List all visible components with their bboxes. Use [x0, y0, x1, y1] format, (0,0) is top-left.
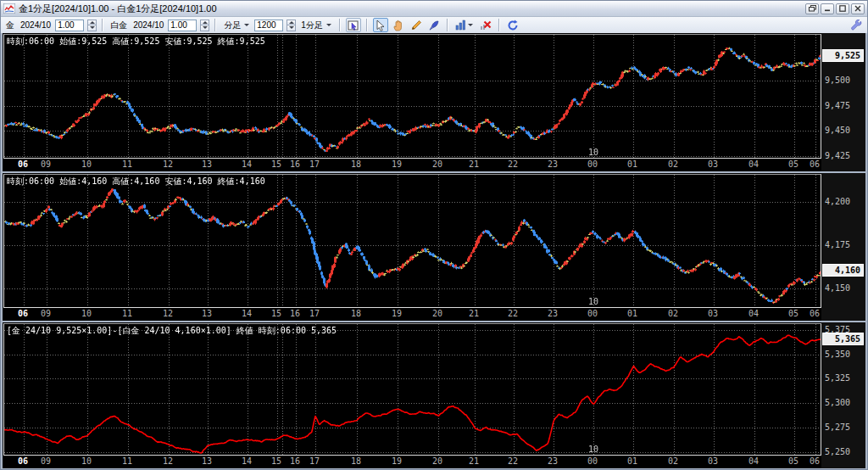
x-axis-label: 20 [430, 159, 445, 169]
gold-symbol-label: 金 [6, 20, 14, 31]
x-axis-label: 20 [430, 309, 445, 318]
x-axis-label: 23 [545, 456, 560, 466]
x-axis-label: 19 [389, 159, 404, 169]
gold-price-axis: 9,525 9,5009,4759,4509,425 [821, 33, 865, 171]
x-axis-label: 11 [120, 309, 135, 318]
chart-window: 金1分足[2024/10]1.00 - 白金1分足[2024/10]1.00 金… [0, 0, 868, 470]
period-type-value: 分足 [224, 20, 241, 31]
cascade-icon [809, 5, 816, 12]
spread-chart-panel: [金 24/10 9,525×1.00]-[白金 24/10 4,160×1.0… [3, 322, 865, 468]
x-axis-label: 10 [79, 456, 94, 466]
gold-time-axis: 0609101112131415161718192021222300010203… [3, 159, 820, 171]
platinum-price-axis: 4,160 4,2004,1754,150 [821, 173, 865, 321]
x-axis-label: 14 [239, 309, 254, 318]
toolbar-separator [498, 19, 500, 31]
settings-wrench-button[interactable] [849, 18, 864, 32]
cursor-arrow-icon [375, 20, 386, 31]
delete-chart-x-icon [480, 20, 492, 31]
x-axis-label: 04 [746, 456, 761, 466]
gold-plot-area[interactable]: 時刻:06:00 始値:9,525 高値:9,525 安値:9,525 終値:9… [3, 34, 821, 159]
x-axis-label: 22 [505, 309, 520, 318]
x-axis-label: 00 [585, 309, 600, 318]
chart-type-dropdown-button[interactable] [453, 18, 476, 32]
x-axis-label: 01 [625, 159, 640, 169]
platinum-chart-panel: 時刻:06:00 始値:4,160 高値:4,160 安値:4,160 終値:4… [3, 173, 865, 321]
x-axis-label: 12 [160, 159, 175, 169]
remove-indicator-button[interactable] [478, 18, 493, 32]
x-axis-label: 15 [269, 456, 284, 466]
pencil-draw-tool-button[interactable] [409, 18, 424, 32]
toolbar: 金 2024/10 白金 2024/10 分足 1分足 [1, 17, 867, 34]
y-axis-label: 5,325 [825, 373, 850, 383]
close-icon [854, 5, 861, 12]
x-axis-label: 22 [505, 456, 520, 466]
x-axis-label: 03 [705, 159, 721, 169]
toolbar-separator [102, 19, 103, 31]
y-axis-label: 9,425 [825, 151, 850, 160]
pan-hand-tool-button[interactable] [391, 18, 406, 32]
maximize-button[interactable] [836, 3, 849, 14]
x-axis-label: 04 [746, 309, 761, 318]
gold-multiplier-stepper[interactable] [87, 20, 97, 31]
window-title: 金1分足[2024/10]1.00 - 白金1分足[2024/10]1.00 [19, 3, 805, 15]
y-axis-label: 5,300 [825, 398, 850, 407]
x-axis-label: 18 [348, 456, 364, 466]
x-axis-label: 06 [807, 159, 822, 169]
chevron-down-icon [326, 24, 331, 26]
gold-multiplier-input[interactable] [55, 20, 84, 31]
x-axis-label: 19 [389, 456, 404, 466]
cascade-windows-button[interactable] [805, 3, 819, 14]
x-axis-label: 00 [585, 456, 600, 466]
spread-plot-area[interactable]: [金 24/10 9,525×1.00]-[白金 24/10 4,160×1.0… [3, 323, 821, 456]
x-axis-label: 19 [389, 309, 404, 318]
y-axis-label: 9,475 [825, 101, 850, 110]
refresh-icon [507, 20, 519, 31]
platinum-multiplier-input[interactable] [168, 20, 197, 31]
x-axis-label: 12 [160, 309, 175, 318]
platinum-plot-area[interactable]: 時刻:06:00 始値:4,160 高値:4,160 安値:4,160 終値:4… [3, 174, 821, 308]
spread-price-axis: 5,365 5,3755,3505,3255,3005,2755,250 [821, 322, 865, 468]
x-axis-label: 13 [199, 309, 214, 318]
period-type-dropdown[interactable]: 分足 [221, 19, 252, 31]
chevron-down-icon [244, 24, 249, 26]
y-axis-label: 9,500 [825, 76, 850, 85]
x-axis-label: 06 [15, 456, 31, 466]
close-button[interactable] [851, 3, 865, 14]
bar-count-input[interactable] [254, 20, 283, 31]
minimize-icon [824, 5, 831, 12]
x-axis-label: 22 [505, 159, 520, 169]
refresh-button[interactable] [505, 18, 520, 32]
toolbar-separator [214, 19, 216, 31]
bar-chart-icon [455, 20, 466, 31]
platinum-last-price-box: 4,160 [822, 264, 864, 277]
pencil-icon [410, 20, 422, 31]
x-axis-label: 02 [665, 309, 681, 318]
platinum-chart-canvas[interactable] [4, 175, 821, 307]
quill-annotate-tool-button[interactable] [426, 18, 442, 32]
x-axis-label: 21 [466, 159, 481, 169]
platinum-symbol-label: 白金 [110, 20, 127, 31]
platinum-multiplier-stepper[interactable] [200, 20, 209, 31]
spread-last-price-box: 5,365 [822, 333, 864, 345]
x-axis-label: 06 [15, 159, 31, 169]
interval-dropdown[interactable]: 1分足 [298, 19, 334, 31]
chevron-down-icon [468, 24, 473, 26]
bar-count-stepper[interactable] [287, 20, 296, 31]
toolbar-separator [447, 19, 448, 31]
spread-chart-canvas[interactable] [4, 324, 821, 455]
x-axis-label: 23 [545, 159, 560, 169]
x-axis-label: 23 [545, 309, 560, 318]
x-axis-label: 03 [705, 309, 721, 318]
minimize-button[interactable] [821, 3, 834, 14]
interval-value: 1分足 [301, 20, 323, 31]
pointer-tool-button[interactable] [373, 18, 388, 32]
region-select-tool-button[interactable] [346, 18, 361, 32]
x-axis-label: 01 [625, 309, 640, 318]
toolbar-separator [339, 19, 341, 31]
x-axis-label: 16 [287, 456, 303, 466]
gold-chart-canvas[interactable] [4, 35, 821, 158]
x-axis-label: 11 [120, 456, 135, 466]
x-axis-label: 16 [287, 159, 303, 169]
x-axis-label: 14 [239, 159, 254, 169]
x-axis-label: 04 [746, 159, 761, 169]
